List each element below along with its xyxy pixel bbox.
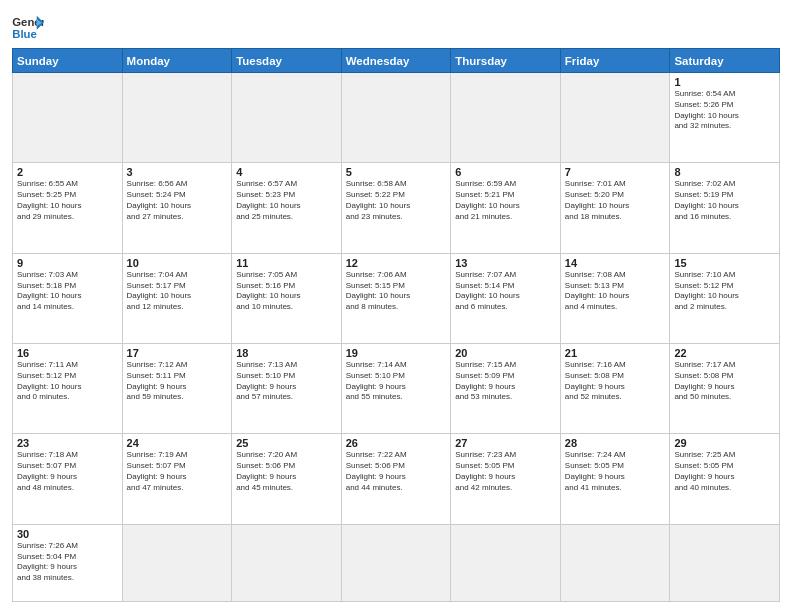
weekday-header: Friday (560, 49, 670, 73)
day-number: 3 (127, 166, 228, 178)
calendar-cell: 21Sunrise: 7:16 AM Sunset: 5:08 PM Dayli… (560, 344, 670, 434)
calendar-cell: 16Sunrise: 7:11 AM Sunset: 5:12 PM Dayli… (13, 344, 123, 434)
calendar-cell: 27Sunrise: 7:23 AM Sunset: 5:05 PM Dayli… (451, 434, 561, 524)
day-number: 23 (17, 437, 118, 449)
day-number: 30 (17, 528, 118, 540)
calendar-cell: 13Sunrise: 7:07 AM Sunset: 5:14 PM Dayli… (451, 253, 561, 343)
day-number: 7 (565, 166, 666, 178)
logo: General Blue (12, 14, 44, 42)
day-info: Sunrise: 7:22 AM Sunset: 5:06 PM Dayligh… (346, 450, 447, 493)
calendar-cell: 7Sunrise: 7:01 AM Sunset: 5:20 PM Daylig… (560, 163, 670, 253)
calendar-cell (232, 524, 342, 601)
day-number: 24 (127, 437, 228, 449)
day-number: 29 (674, 437, 775, 449)
logo-icon: General Blue (12, 14, 44, 42)
day-info: Sunrise: 7:25 AM Sunset: 5:05 PM Dayligh… (674, 450, 775, 493)
day-info: Sunrise: 7:08 AM Sunset: 5:13 PM Dayligh… (565, 270, 666, 313)
calendar-cell: 23Sunrise: 7:18 AM Sunset: 5:07 PM Dayli… (13, 434, 123, 524)
day-info: Sunrise: 7:10 AM Sunset: 5:12 PM Dayligh… (674, 270, 775, 313)
day-number: 8 (674, 166, 775, 178)
calendar-cell: 11Sunrise: 7:05 AM Sunset: 5:16 PM Dayli… (232, 253, 342, 343)
day-number: 26 (346, 437, 447, 449)
calendar-cell (341, 524, 451, 601)
day-number: 15 (674, 257, 775, 269)
day-number: 4 (236, 166, 337, 178)
day-number: 20 (455, 347, 556, 359)
calendar-cell (232, 73, 342, 163)
day-number: 9 (17, 257, 118, 269)
day-info: Sunrise: 6:59 AM Sunset: 5:21 PM Dayligh… (455, 179, 556, 222)
day-number: 21 (565, 347, 666, 359)
day-info: Sunrise: 7:14 AM Sunset: 5:10 PM Dayligh… (346, 360, 447, 403)
day-info: Sunrise: 7:05 AM Sunset: 5:16 PM Dayligh… (236, 270, 337, 313)
day-number: 2 (17, 166, 118, 178)
day-info: Sunrise: 6:57 AM Sunset: 5:23 PM Dayligh… (236, 179, 337, 222)
calendar-cell (670, 524, 780, 601)
calendar-cell: 14Sunrise: 7:08 AM Sunset: 5:13 PM Dayli… (560, 253, 670, 343)
calendar-cell: 29Sunrise: 7:25 AM Sunset: 5:05 PM Dayli… (670, 434, 780, 524)
calendar-cell: 22Sunrise: 7:17 AM Sunset: 5:08 PM Dayli… (670, 344, 780, 434)
day-info: Sunrise: 6:56 AM Sunset: 5:24 PM Dayligh… (127, 179, 228, 222)
day-number: 1 (674, 76, 775, 88)
calendar-cell: 26Sunrise: 7:22 AM Sunset: 5:06 PM Dayli… (341, 434, 451, 524)
weekday-header: Sunday (13, 49, 123, 73)
day-info: Sunrise: 7:15 AM Sunset: 5:09 PM Dayligh… (455, 360, 556, 403)
day-info: Sunrise: 7:04 AM Sunset: 5:17 PM Dayligh… (127, 270, 228, 313)
weekday-header: Monday (122, 49, 232, 73)
day-number: 17 (127, 347, 228, 359)
day-number: 16 (17, 347, 118, 359)
day-info: Sunrise: 7:26 AM Sunset: 5:04 PM Dayligh… (17, 541, 118, 584)
day-info: Sunrise: 7:02 AM Sunset: 5:19 PM Dayligh… (674, 179, 775, 222)
day-number: 25 (236, 437, 337, 449)
calendar-cell (451, 524, 561, 601)
day-info: Sunrise: 7:07 AM Sunset: 5:14 PM Dayligh… (455, 270, 556, 313)
day-info: Sunrise: 7:06 AM Sunset: 5:15 PM Dayligh… (346, 270, 447, 313)
calendar-cell (122, 524, 232, 601)
day-info: Sunrise: 7:03 AM Sunset: 5:18 PM Dayligh… (17, 270, 118, 313)
calendar-cell: 8Sunrise: 7:02 AM Sunset: 5:19 PM Daylig… (670, 163, 780, 253)
day-number: 11 (236, 257, 337, 269)
calendar-cell: 12Sunrise: 7:06 AM Sunset: 5:15 PM Dayli… (341, 253, 451, 343)
calendar-cell: 1Sunrise: 6:54 AM Sunset: 5:26 PM Daylig… (670, 73, 780, 163)
weekday-header: Tuesday (232, 49, 342, 73)
day-number: 14 (565, 257, 666, 269)
header: General Blue (12, 10, 780, 42)
calendar-cell (13, 73, 123, 163)
weekday-header: Thursday (451, 49, 561, 73)
day-number: 19 (346, 347, 447, 359)
calendar-cell: 4Sunrise: 6:57 AM Sunset: 5:23 PM Daylig… (232, 163, 342, 253)
day-info: Sunrise: 6:54 AM Sunset: 5:26 PM Dayligh… (674, 89, 775, 132)
day-info: Sunrise: 7:17 AM Sunset: 5:08 PM Dayligh… (674, 360, 775, 403)
day-info: Sunrise: 7:11 AM Sunset: 5:12 PM Dayligh… (17, 360, 118, 403)
calendar-cell (122, 73, 232, 163)
calendar-cell: 10Sunrise: 7:04 AM Sunset: 5:17 PM Dayli… (122, 253, 232, 343)
calendar-cell: 15Sunrise: 7:10 AM Sunset: 5:12 PM Dayli… (670, 253, 780, 343)
day-info: Sunrise: 7:24 AM Sunset: 5:05 PM Dayligh… (565, 450, 666, 493)
calendar: SundayMondayTuesdayWednesdayThursdayFrid… (12, 48, 780, 602)
calendar-cell: 19Sunrise: 7:14 AM Sunset: 5:10 PM Dayli… (341, 344, 451, 434)
day-info: Sunrise: 7:18 AM Sunset: 5:07 PM Dayligh… (17, 450, 118, 493)
calendar-cell (560, 73, 670, 163)
day-number: 28 (565, 437, 666, 449)
calendar-cell: 6Sunrise: 6:59 AM Sunset: 5:21 PM Daylig… (451, 163, 561, 253)
calendar-cell: 28Sunrise: 7:24 AM Sunset: 5:05 PM Dayli… (560, 434, 670, 524)
day-info: Sunrise: 7:19 AM Sunset: 5:07 PM Dayligh… (127, 450, 228, 493)
day-info: Sunrise: 7:13 AM Sunset: 5:10 PM Dayligh… (236, 360, 337, 403)
day-info: Sunrise: 7:12 AM Sunset: 5:11 PM Dayligh… (127, 360, 228, 403)
calendar-cell: 5Sunrise: 6:58 AM Sunset: 5:22 PM Daylig… (341, 163, 451, 253)
day-number: 5 (346, 166, 447, 178)
day-number: 18 (236, 347, 337, 359)
calendar-cell: 20Sunrise: 7:15 AM Sunset: 5:09 PM Dayli… (451, 344, 561, 434)
day-number: 10 (127, 257, 228, 269)
svg-text:Blue: Blue (12, 28, 37, 40)
calendar-cell (560, 524, 670, 601)
day-info: Sunrise: 6:58 AM Sunset: 5:22 PM Dayligh… (346, 179, 447, 222)
day-number: 13 (455, 257, 556, 269)
calendar-cell: 24Sunrise: 7:19 AM Sunset: 5:07 PM Dayli… (122, 434, 232, 524)
day-number: 22 (674, 347, 775, 359)
calendar-cell: 2Sunrise: 6:55 AM Sunset: 5:25 PM Daylig… (13, 163, 123, 253)
calendar-cell: 30Sunrise: 7:26 AM Sunset: 5:04 PM Dayli… (13, 524, 123, 601)
day-info: Sunrise: 7:01 AM Sunset: 5:20 PM Dayligh… (565, 179, 666, 222)
day-info: Sunrise: 7:23 AM Sunset: 5:05 PM Dayligh… (455, 450, 556, 493)
calendar-cell: 25Sunrise: 7:20 AM Sunset: 5:06 PM Dayli… (232, 434, 342, 524)
